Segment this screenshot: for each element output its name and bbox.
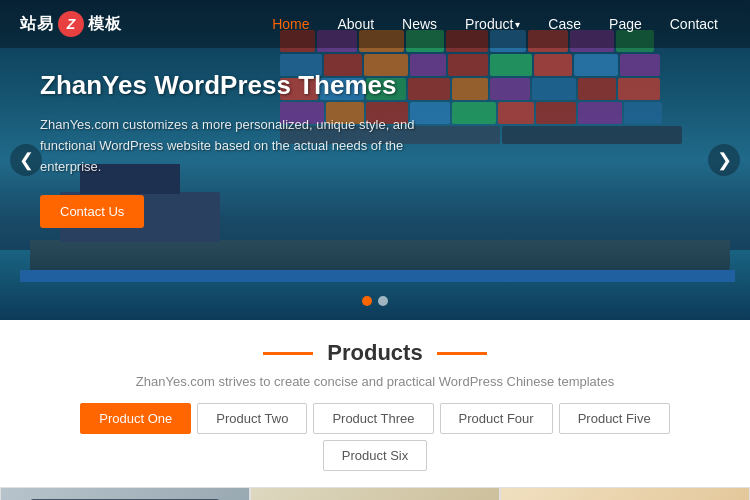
product-tab-five[interactable]: Product Five <box>559 403 670 434</box>
ship-side <box>20 270 735 282</box>
hero-content: ZhanYes WordPress Themes ZhanYes.com cus… <box>40 70 420 228</box>
products-subtitle: ZhanYes.com strives to create concise an… <box>40 374 710 389</box>
logo-text-left: 站易 <box>20 14 54 35</box>
slide-dots <box>362 296 388 306</box>
next-slide-button[interactable]: ❯ <box>708 144 740 176</box>
nav-item-product[interactable]: Product ▾ <box>453 12 532 36</box>
product-card-2[interactable] <box>250 487 500 500</box>
nav-item-case[interactable]: Case <box>536 12 593 36</box>
prev-slide-button[interactable]: ❮ <box>10 144 42 176</box>
product-tab-one[interactable]: Product One <box>80 403 191 434</box>
product-card-3[interactable]: 游戏常识 <box>500 487 750 500</box>
header: 站易 Z 模板 Home About News Product ▾ Case P… <box>0 0 750 48</box>
logo: 站易 Z 模板 <box>20 11 122 37</box>
contact-us-button[interactable]: Contact Us <box>40 195 144 228</box>
nav-item-news[interactable]: News <box>390 12 449 36</box>
logo-text-right: 模板 <box>88 14 122 35</box>
slide-dot-1[interactable] <box>362 296 372 306</box>
main-nav: Home About News Product ▾ Case Page Cont… <box>260 12 730 36</box>
hero-title: ZhanYes WordPress Themes <box>40 70 420 101</box>
product-tab-six[interactable]: Product Six <box>323 440 427 471</box>
products-section: Products ZhanYes.com strives to create c… <box>0 320 750 487</box>
logo-icon: Z <box>58 11 84 37</box>
hero-description: ZhanYes.com customizes a more personaliz… <box>40 115 420 177</box>
title-line-right <box>437 352 487 355</box>
card-3-image <box>501 488 749 500</box>
products-title: Products <box>327 340 422 366</box>
hero-section: ZhanYes WordPress Themes ZhanYes.com cus… <box>0 0 750 320</box>
product-tab-four[interactable]: Product Four <box>440 403 553 434</box>
product-tab-two[interactable]: Product Two <box>197 403 307 434</box>
slide-dot-2[interactable] <box>378 296 388 306</box>
card-1-image <box>1 488 249 500</box>
nav-item-page[interactable]: Page <box>597 12 654 36</box>
nav-item-contact[interactable]: Contact <box>658 12 730 36</box>
title-line-left <box>263 352 313 355</box>
chevron-down-icon: ▾ <box>515 19 520 30</box>
nav-item-home[interactable]: Home <box>260 12 321 36</box>
product-card-1[interactable] <box>0 487 250 500</box>
product-cards-row: 游戏常识 <box>0 487 750 500</box>
nav-item-about[interactable]: About <box>326 12 387 36</box>
product-tabs: Product One Product Two Product Three Pr… <box>40 403 710 471</box>
product-tab-three[interactable]: Product Three <box>313 403 433 434</box>
section-title-row: Products <box>40 340 710 366</box>
card-2-image <box>251 488 499 500</box>
